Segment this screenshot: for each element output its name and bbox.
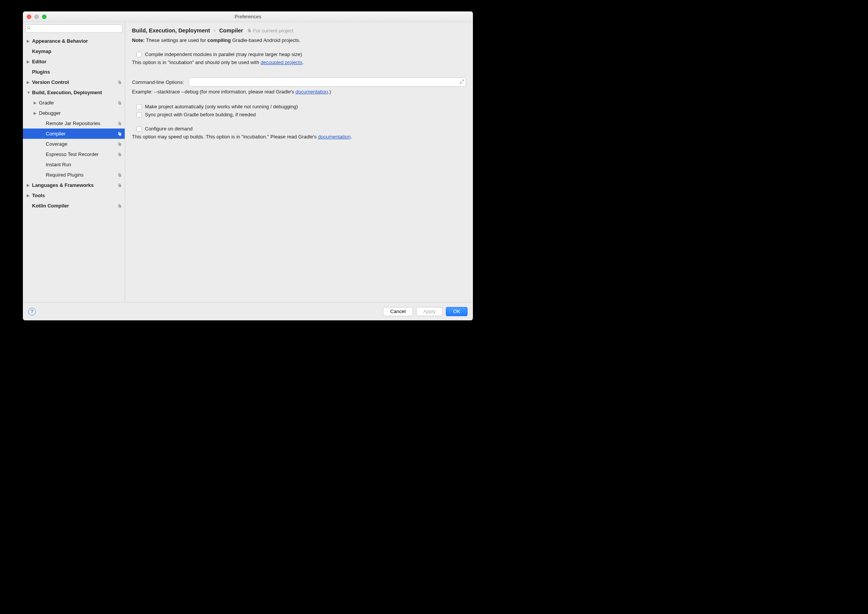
tree-item-label: Tools bbox=[32, 193, 122, 198]
tree-item-coverage[interactable]: Coverage bbox=[23, 139, 125, 149]
compile-parallel-label: Compile independent modules in parallel … bbox=[145, 51, 302, 57]
tree-item-label: Plugins bbox=[32, 69, 122, 75]
titlebar: Preferences bbox=[23, 11, 473, 22]
tree-item-label: Editor bbox=[32, 59, 122, 64]
zoom-window-button[interactable] bbox=[42, 14, 47, 19]
project-scope-icon bbox=[117, 121, 122, 126]
main-panel: Build, Execution, Deployment › Compiler … bbox=[125, 22, 473, 302]
tree-item-required-plugins[interactable]: Required Plugins bbox=[23, 170, 125, 180]
tree-item-build-execution-deployment[interactable]: ▼Build, Execution, Deployment bbox=[23, 87, 125, 98]
command-line-options-row: Command-line Options: bbox=[132, 77, 466, 87]
project-scope-icon bbox=[117, 183, 122, 188]
gradle-documentation-link-2[interactable]: documentation bbox=[318, 134, 350, 140]
tree-item-gradle[interactable]: ▶Gradle bbox=[23, 98, 125, 108]
chevron-right-icon[interactable]: ▶ bbox=[27, 183, 31, 187]
command-line-options-label: Command-line Options: bbox=[132, 79, 184, 85]
settings-tree[interactable]: ▶Appearance & BehaviorKeymap▶EditorPlugi… bbox=[23, 35, 125, 302]
command-line-options-input[interactable] bbox=[189, 77, 466, 87]
project-scope-icon bbox=[117, 173, 122, 177]
compile-parallel-checkbox[interactable] bbox=[137, 52, 142, 57]
tree-item-tools[interactable]: ▶Tools bbox=[23, 190, 125, 201]
note-text: Note: These settings are used for compil… bbox=[132, 37, 466, 43]
copy-icon bbox=[247, 28, 251, 33]
scope-label: For current project bbox=[247, 28, 293, 34]
ok-button[interactable]: OK bbox=[446, 307, 468, 316]
tree-item-label: Gradle bbox=[39, 100, 117, 106]
tree-item-label: Remote Jar Repositories bbox=[46, 121, 117, 126]
traffic-light-buttons bbox=[27, 14, 47, 19]
make-auto-checkbox[interactable] bbox=[137, 104, 142, 109]
configure-on-demand-checkbox[interactable] bbox=[137, 126, 142, 132]
tree-item-label: Version Control bbox=[32, 79, 117, 85]
window-body: ▶Appearance & BehaviorKeymap▶EditorPlugi… bbox=[23, 22, 473, 302]
tree-item-label: Keymap bbox=[32, 48, 122, 54]
gradle-documentation-link[interactable]: documentation bbox=[296, 89, 328, 95]
chevron-right-icon[interactable]: ▶ bbox=[27, 39, 31, 43]
tree-item-label: Languages & Frameworks bbox=[32, 182, 117, 188]
tree-item-languages-frameworks[interactable]: ▶Languages & Frameworks bbox=[23, 180, 125, 190]
chevron-down-icon[interactable]: ▼ bbox=[27, 90, 31, 95]
tree-item-plugins[interactable]: Plugins bbox=[23, 67, 125, 77]
tree-item-keymap[interactable]: Keymap bbox=[23, 46, 125, 56]
search-icon bbox=[27, 26, 31, 30]
sync-gradle-label: Sync project with Gradle before building… bbox=[145, 112, 256, 117]
configure-on-demand-label: Configure on demand bbox=[145, 126, 193, 132]
tree-item-label: Espresso Test Recorder bbox=[46, 151, 117, 157]
project-scope-icon bbox=[117, 80, 122, 85]
project-scope-icon bbox=[117, 132, 122, 136]
compile-parallel-description: This option is in "incubation" and shoul… bbox=[132, 59, 466, 65]
tree-item-editor[interactable]: ▶Editor bbox=[23, 56, 125, 67]
tree-item-appearance-behavior[interactable]: ▶Appearance & Behavior bbox=[23, 36, 125, 46]
tree-item-label: Appearance & Behavior bbox=[32, 38, 122, 44]
chevron-right-icon[interactable]: ▶ bbox=[27, 193, 31, 198]
sync-gradle-checkbox[interactable] bbox=[137, 112, 142, 117]
command-line-input-wrapper bbox=[189, 77, 466, 87]
decoupled-projects-link[interactable]: decoupled projects bbox=[260, 59, 302, 65]
command-line-example: Example: --stacktrace --debug (for more … bbox=[132, 89, 466, 95]
tree-item-label: Debugger bbox=[39, 110, 122, 116]
tree-item-debugger[interactable]: ▶Debugger bbox=[23, 108, 125, 118]
tree-item-label: Required Plugins bbox=[46, 172, 117, 178]
apply-button[interactable]: Apply bbox=[416, 307, 443, 316]
project-scope-icon bbox=[117, 204, 122, 208]
breadcrumb-current: Compiler bbox=[219, 27, 243, 34]
configure-on-demand-row: Configure on demand bbox=[137, 126, 466, 132]
tree-item-remote-jar-repositories[interactable]: Remote Jar Repositories bbox=[23, 118, 125, 129]
minimize-window-button[interactable] bbox=[34, 14, 39, 19]
search-input[interactable] bbox=[25, 24, 122, 33]
tree-item-label: Coverage bbox=[46, 141, 117, 147]
project-scope-icon bbox=[117, 142, 122, 146]
preferences-window: Preferences ▶Appearance & BehaviorKeymap… bbox=[23, 11, 473, 320]
configure-on-demand-description: This option may speed up builds. This op… bbox=[132, 134, 466, 140]
chevron-right-icon[interactable]: ▶ bbox=[34, 101, 37, 105]
compile-parallel-row: Compile independent modules in parallel … bbox=[137, 51, 466, 57]
tree-item-label: Compiler bbox=[46, 131, 117, 137]
project-scope-icon bbox=[117, 101, 122, 105]
tree-item-label: Build, Execution, Deployment bbox=[32, 90, 122, 95]
sync-gradle-row: Sync project with Gradle before building… bbox=[137, 112, 466, 117]
window-title: Preferences bbox=[23, 14, 473, 19]
sidebar: ▶Appearance & BehaviorKeymap▶EditorPlugi… bbox=[23, 22, 125, 302]
help-button[interactable]: ? bbox=[28, 308, 36, 315]
chevron-right-icon[interactable]: ▶ bbox=[27, 80, 31, 84]
tree-item-kotlin-compiler[interactable]: Kotlin Compiler bbox=[23, 201, 125, 211]
close-window-button[interactable] bbox=[27, 14, 31, 19]
tree-item-instant-run[interactable]: Instant Run bbox=[23, 159, 125, 170]
tree-item-label: Kotlin Compiler bbox=[32, 203, 117, 209]
chevron-right-icon[interactable]: ▶ bbox=[34, 111, 37, 115]
make-auto-label: Make project automatically (only works w… bbox=[145, 104, 298, 109]
breadcrumb: Build, Execution, Deployment › Compiler … bbox=[132, 27, 466, 34]
tree-item-version-control[interactable]: ▶Version Control bbox=[23, 77, 125, 87]
search-wrapper bbox=[23, 22, 125, 35]
breadcrumb-parent[interactable]: Build, Execution, Deployment bbox=[132, 27, 210, 34]
tree-item-compiler[interactable]: Compiler bbox=[23, 129, 125, 139]
chevron-right-icon[interactable]: ▶ bbox=[27, 59, 31, 64]
make-auto-row: Make project automatically (only works w… bbox=[137, 104, 466, 109]
expand-field-icon[interactable] bbox=[459, 79, 465, 84]
tree-item-label: Instant Run bbox=[46, 162, 122, 167]
cancel-button[interactable]: Cancel bbox=[383, 307, 413, 316]
breadcrumb-separator: › bbox=[214, 28, 215, 33]
tree-item-espresso-test-recorder[interactable]: Espresso Test Recorder bbox=[23, 149, 125, 159]
footer: ? Cancel Apply OK bbox=[23, 302, 473, 320]
project-scope-icon bbox=[117, 152, 122, 157]
